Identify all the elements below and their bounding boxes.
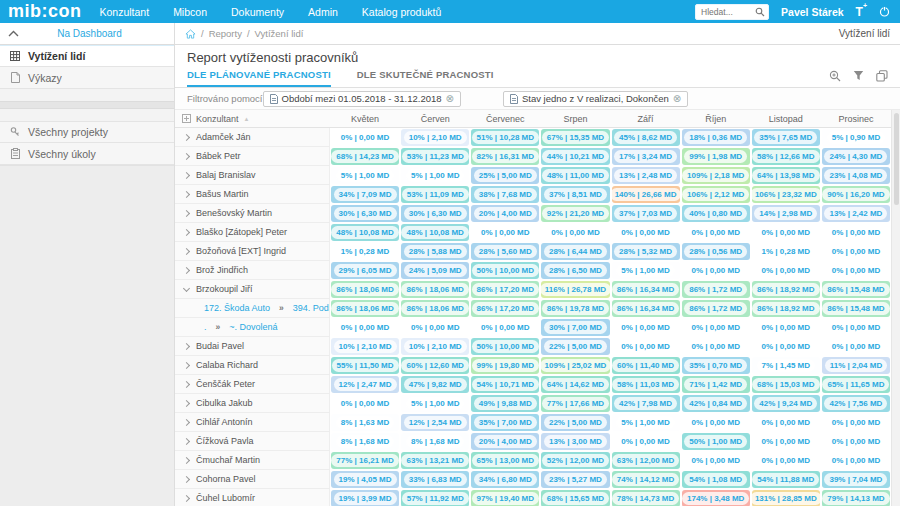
breadcrumb-reporty[interactable]: Reporty bbox=[209, 28, 242, 39]
menu-item-mibcon[interactable]: Mibcon bbox=[173, 6, 207, 18]
table-header: Konzultant ▲ Květen Červen Červenec Srpe… bbox=[175, 110, 891, 128]
expand-row-icon[interactable] bbox=[183, 247, 190, 254]
utilization-value: 24% | 4,30 MD bbox=[824, 150, 887, 163]
expand-row-icon[interactable] bbox=[183, 399, 190, 406]
sidebar-item-vykazy[interactable]: Výkazy bbox=[0, 67, 174, 89]
column-header-cerven[interactable]: Červen bbox=[400, 114, 470, 124]
consultant-row-name: Čenščák Peter bbox=[175, 375, 330, 394]
utilization-value: 5% | 1,00 MD bbox=[336, 169, 394, 182]
expand-row-icon[interactable] bbox=[183, 494, 190, 501]
tab-dle-planovane-pracnosti[interactable]: DLE PLÁNOVANÉ PRACNOSTI bbox=[187, 69, 331, 87]
sidebar-item-vsechny-ukoly[interactable]: Všechny úkoly bbox=[0, 143, 174, 165]
collapse-row-icon[interactable] bbox=[183, 284, 190, 291]
expand-row-icon[interactable] bbox=[183, 209, 190, 216]
column-header-kveten[interactable]: Květen bbox=[330, 114, 400, 124]
remove-filter-icon[interactable]: ⊗ bbox=[673, 94, 681, 104]
project-link[interactable]: . bbox=[204, 322, 207, 332]
column-header-listopad[interactable]: Listopad bbox=[751, 114, 821, 124]
filter-icon[interactable] bbox=[853, 70, 864, 82]
menu-item-admin[interactable]: Admin bbox=[308, 6, 338, 18]
expand-row-icon[interactable] bbox=[183, 266, 190, 273]
utilization-cell: 38% | 7,68 MD bbox=[470, 185, 540, 204]
utilization-cell: 0% | 0,00 MD bbox=[821, 261, 891, 280]
utilization-value: 30% | 7,00 MD bbox=[544, 321, 607, 334]
expand-row-icon[interactable] bbox=[183, 190, 190, 197]
expand-all-icon[interactable] bbox=[182, 114, 191, 123]
utilization-cell: 86% | 1,72 MD bbox=[681, 280, 751, 299]
copy-icon[interactable] bbox=[876, 70, 888, 82]
project-link[interactable]: ~. Dovolená bbox=[229, 322, 277, 332]
key-icon bbox=[9, 127, 21, 138]
remove-filter-icon[interactable]: ⊗ bbox=[446, 94, 454, 104]
scrollbar[interactable] bbox=[891, 110, 900, 506]
utilization-value: 47% | 9,82 MD bbox=[404, 378, 467, 391]
text-size-icon[interactable]: T+ bbox=[856, 5, 867, 19]
expand-row-icon[interactable] bbox=[183, 361, 190, 368]
column-header-srpen[interactable]: Srpen bbox=[540, 114, 610, 124]
utilization-cell: 13% | 2,42 MD bbox=[821, 204, 891, 223]
utilization-cell: 109% | 2,18 MD bbox=[681, 166, 751, 185]
column-header-cervenec[interactable]: Červenec bbox=[470, 114, 540, 124]
utilization-cell: 0% | 0,00 MD bbox=[821, 451, 891, 470]
zoom-icon[interactable] bbox=[829, 70, 841, 82]
column-header-prosinec[interactable]: Prosinec bbox=[821, 114, 891, 124]
table-row: Čížková Pavla8% | 1,68 MD8% | 1,68 MD20%… bbox=[175, 432, 891, 451]
search-box[interactable] bbox=[695, 4, 769, 20]
scrollbar-thumb[interactable] bbox=[894, 113, 899, 205]
collapse-sidebar-icon[interactable] bbox=[8, 30, 19, 37]
menu-item-dokumenty[interactable]: Dokumenty bbox=[231, 6, 284, 18]
expand-row-icon[interactable] bbox=[183, 228, 190, 235]
expand-row-icon[interactable] bbox=[183, 171, 190, 178]
expand-row-icon[interactable] bbox=[183, 380, 190, 387]
utilization-value: 90% | 16,20 MD bbox=[822, 188, 889, 201]
column-header-konzultant[interactable]: Konzultant ▲ bbox=[175, 114, 330, 124]
utilization-cell: 17% | 3,24 MD bbox=[611, 147, 681, 166]
sidebar-divider bbox=[0, 101, 174, 109]
utilization-cell: 5% | 1,00 MD bbox=[400, 394, 470, 413]
consultant-row-name: Brož Jindřich bbox=[175, 261, 330, 280]
breadcrumb: / Reporty / Vytížení lidí bbox=[175, 23, 303, 44]
dashboard-link[interactable]: Na Dashboard bbox=[19, 28, 174, 39]
search-icon[interactable] bbox=[755, 7, 765, 17]
breadcrumb-vytizeni[interactable]: Vytížení lidí bbox=[255, 28, 304, 39]
utilization-cell: 131% | 28,85 MD bbox=[751, 489, 821, 506]
utilization-value: 5% | 1,00 MD bbox=[616, 416, 674, 429]
user-menu[interactable]: Pavel Stárek bbox=[781, 6, 843, 18]
expand-row-icon[interactable] bbox=[183, 418, 190, 425]
menu-item-konzultant[interactable]: Konzultant bbox=[100, 6, 150, 18]
utilization-cell: 86% | 18,92 MD bbox=[751, 299, 821, 318]
expand-row-icon[interactable] bbox=[183, 152, 190, 159]
expand-row-icon[interactable] bbox=[183, 475, 190, 482]
utilization-cell: 28% | 0,56 MD bbox=[681, 242, 751, 261]
filter-chip-icon bbox=[270, 94, 278, 104]
utilization-value: 0% | 0,00 MD bbox=[686, 340, 744, 353]
table-row: Bašus Martin34% | 7,09 MD53% | 11,09 MD3… bbox=[175, 185, 891, 204]
home-icon[interactable] bbox=[185, 29, 196, 39]
sidebar-item-vsechny-projekty[interactable]: Všechny projekty bbox=[0, 121, 174, 143]
app-logo[interactable]: mib:con bbox=[8, 0, 82, 23]
utilization-value: 109% | 2,18 MD bbox=[682, 169, 749, 182]
column-header-zari[interactable]: Září bbox=[611, 114, 681, 124]
expand-row-icon[interactable] bbox=[183, 456, 190, 463]
expand-row-icon[interactable] bbox=[183, 437, 190, 444]
sidebar-item-vytizeni-lidi[interactable]: Vytížení lidí bbox=[0, 45, 174, 67]
expand-row-icon[interactable] bbox=[183, 133, 190, 140]
utilization-value: 10% | 2,10 MD bbox=[404, 340, 467, 353]
expand-row-icon[interactable] bbox=[183, 342, 190, 349]
filter-chip-obdobi[interactable]: Období mezi 01.05.2018 - 31.12.2018 ⊗ bbox=[263, 91, 461, 107]
column-header-rijen[interactable]: Říjen bbox=[681, 114, 751, 124]
logout-icon[interactable] bbox=[879, 6, 890, 17]
consultant-row-name: Calaba Richard bbox=[175, 356, 330, 375]
project-link[interactable]: 394. Podpora ... bbox=[293, 303, 330, 313]
utilization-cell: 37% | 8,51 MD bbox=[540, 185, 610, 204]
project-link[interactable]: 172. Škoda Auto bbox=[204, 303, 270, 313]
utilization-cell: 48% | 11,00 MD bbox=[540, 166, 610, 185]
table-row: Brož Jindřich29% | 6,05 MD24% | 5,09 MD5… bbox=[175, 261, 891, 280]
utilization-cell: 86% | 18,06 MD bbox=[400, 299, 470, 318]
filter-chip-stav[interactable]: Stav jedno z V realizaci, Dokončen ⊗ bbox=[503, 91, 688, 107]
tab-dle-skutecne-pracnosti[interactable]: DLE SKUTEČNÉ PRACNOSTI bbox=[357, 69, 494, 87]
utilization-value: 63% | 13,21 MD bbox=[401, 454, 468, 467]
search-input[interactable] bbox=[699, 6, 755, 18]
menu-item-katalog[interactable]: Katalog produktů bbox=[362, 6, 441, 18]
utilization-cell: 0% | 0,00 MD bbox=[681, 223, 751, 242]
